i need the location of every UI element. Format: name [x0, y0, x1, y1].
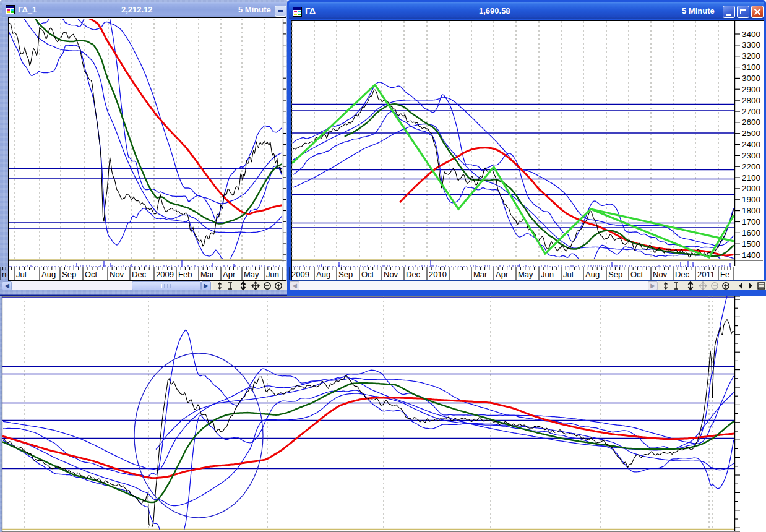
svg-text:Jul: Jul — [563, 270, 574, 279]
svg-text:Nov: Nov — [653, 270, 668, 279]
svg-text:Fe: Fe — [720, 270, 729, 279]
svg-text:3400: 3400 — [742, 30, 760, 39]
svg-text:Sep: Sep — [608, 270, 622, 279]
svg-text:2400: 2400 — [742, 140, 760, 149]
svg-text:Oct: Oct — [361, 270, 374, 279]
svg-text:Oct: Oct — [630, 270, 643, 279]
svg-text:Jun: Jun — [541, 270, 554, 279]
svg-text:3200: 3200 — [742, 51, 760, 61]
svg-text:Dec: Dec — [675, 270, 690, 279]
svg-text:2100: 2100 — [742, 173, 760, 182]
svg-text:1900: 1900 — [742, 195, 760, 204]
svg-text:2600: 2600 — [742, 118, 760, 127]
svg-text:1600: 1600 — [742, 228, 760, 238]
svg-text:2011: 2011 — [697, 270, 715, 279]
svg-text:Apr: Apr — [496, 270, 509, 279]
svg-text:Dec: Dec — [406, 270, 421, 279]
svg-text:Nov: Nov — [384, 270, 398, 279]
svg-text:1400: 1400 — [742, 251, 760, 260]
svg-text:2009: 2009 — [291, 270, 309, 279]
svg-text:Mar: Mar — [473, 270, 488, 279]
svg-text:3100: 3100 — [742, 62, 760, 72]
svg-text:1500: 1500 — [742, 239, 760, 249]
svg-text:Sep: Sep — [338, 270, 353, 279]
svg-text:May: May — [518, 270, 533, 279]
svg-text:2500: 2500 — [742, 129, 760, 138]
svg-text:2300: 2300 — [742, 151, 760, 160]
svg-text:2800: 2800 — [742, 96, 760, 105]
svg-text:2000: 2000 — [742, 184, 760, 193]
svg-text:3300: 3300 — [742, 40, 760, 49]
svg-text:Aug: Aug — [585, 270, 600, 279]
svg-text:3000: 3000 — [742, 74, 760, 83]
svg-text:2900: 2900 — [742, 85, 760, 94]
svg-text:2200: 2200 — [742, 162, 760, 171]
svg-text:1800: 1800 — [742, 206, 760, 215]
svg-text:2700: 2700 — [742, 107, 760, 116]
svg-text:Aug: Aug — [316, 270, 330, 279]
svg-text:1700: 1700 — [742, 217, 760, 226]
svg-text:2010: 2010 — [429, 270, 447, 279]
